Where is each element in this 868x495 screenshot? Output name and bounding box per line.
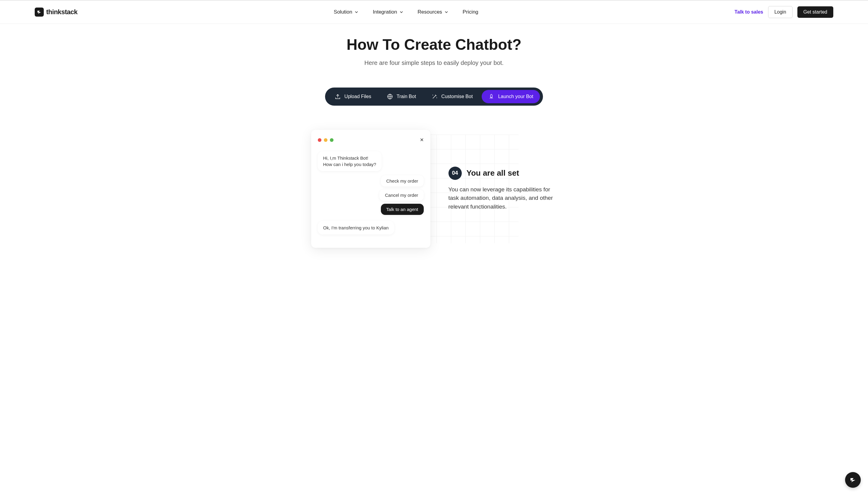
brand-name: thinkstack (46, 8, 77, 16)
logo-icon (35, 7, 44, 17)
step-description: You can now leverage its capabilities fo… (449, 185, 557, 211)
nav-label: Solution (334, 9, 352, 15)
tab-upload-files[interactable]: Upload Files (328, 90, 378, 103)
tab-label: Train Bot (397, 94, 416, 99)
chevron-down-icon (400, 10, 403, 14)
nav-label: Integration (373, 9, 397, 15)
main-content: ✕ Hi, I,m Thinkstack Bot! How can i help… (0, 106, 868, 272)
steps-tabs: Upload Files Train Bot Customise Bot Lau… (0, 87, 868, 106)
nav-resources[interactable]: Resources (418, 9, 448, 15)
rocket-icon (488, 93, 494, 100)
wand-icon (432, 93, 438, 100)
chevron-down-icon (445, 10, 448, 14)
chat-launcher-fab[interactable] (845, 472, 861, 488)
step-number-badge: 04 (449, 167, 462, 180)
traffic-light-green (330, 138, 333, 142)
brand-logo[interactable]: thinkstack (35, 7, 77, 17)
bot-intro-line1: Hi, I,m Thinkstack Bot! (323, 155, 376, 161)
nav-pricing[interactable]: Pricing (463, 9, 479, 15)
chat-quick-actions: Check my order Cancel my order Talk to a… (318, 175, 424, 215)
bot-reply-message: Ok, I'm transferring you to Kylian (318, 221, 394, 235)
upload-icon (335, 93, 341, 100)
site-header: thinkstack Solution Integration Resource… (0, 1, 868, 24)
page-title: How To Create Chatbot? (0, 36, 868, 53)
get-started-button[interactable]: Get started (797, 6, 833, 18)
chat-option-talk-agent[interactable]: Talk to an agent (381, 204, 424, 215)
tab-launch-bot[interactable]: Launch your Bot (482, 90, 540, 103)
tab-label: Launch your Bot (498, 94, 533, 99)
traffic-light-yellow (324, 138, 328, 142)
nav-solution[interactable]: Solution (334, 9, 358, 15)
tab-label: Upload Files (344, 94, 371, 99)
nav-label: Resources (418, 9, 442, 15)
bolt-icon (849, 476, 856, 483)
close-icon[interactable]: ✕ (420, 137, 424, 143)
chevron-down-icon (354, 10, 358, 14)
tab-label: Customise Bot (441, 94, 473, 99)
page-subtitle: Here are four simple steps to easily dep… (0, 59, 868, 66)
traffic-light-red (318, 138, 322, 142)
globe-icon (387, 93, 393, 100)
chat-preview-window: ✕ Hi, I,m Thinkstack Bot! How can i help… (311, 130, 430, 248)
nav-label: Pricing (463, 9, 479, 15)
tab-train-bot[interactable]: Train Bot (380, 90, 422, 103)
step-panel: 04 You are all set You can now leverage … (449, 167, 557, 211)
bot-intro-line2: How can i help you today? (323, 161, 376, 168)
header-actions: Talk to sales Login Get started (734, 6, 833, 18)
hero-section: How To Create Chatbot? Here are four sim… (0, 24, 868, 75)
tab-customise-bot[interactable]: Customise Bot (425, 90, 479, 103)
step-title: You are all set (467, 168, 519, 178)
chat-option-check-order[interactable]: Check my order (381, 175, 424, 187)
talk-to-sales-link[interactable]: Talk to sales (734, 10, 763, 15)
login-button[interactable]: Login (768, 6, 793, 18)
nav-integration[interactable]: Integration (373, 9, 403, 15)
chat-option-cancel-order[interactable]: Cancel my order (379, 190, 423, 201)
bot-intro-message: Hi, I,m Thinkstack Bot! How can i help y… (318, 151, 382, 171)
window-controls: ✕ (318, 137, 424, 143)
main-nav: Solution Integration Resources Pricing (334, 9, 479, 15)
